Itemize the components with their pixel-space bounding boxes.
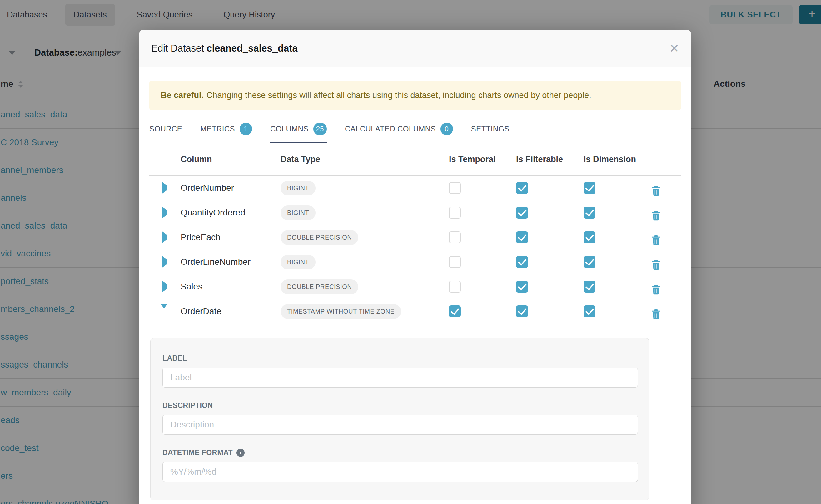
is-temporal-checkbox[interactable] [449, 256, 461, 268]
is-filterable-cell [516, 182, 584, 194]
is-temporal-checkbox[interactable] [449, 281, 461, 293]
expand-caret-icon[interactable] [162, 231, 166, 243]
column-row: PriceEachDOUBLE PRECISION [149, 225, 681, 250]
caret-cell [149, 259, 175, 265]
delete-column-icon[interactable] [651, 185, 681, 196]
data-type-pill: BIGINT [280, 255, 315, 269]
column-row: QuantityOrderedBIGINT [149, 200, 681, 225]
is-temporal-cell [449, 256, 516, 268]
datetime-format-input[interactable] [162, 462, 638, 482]
data-type-pill: TIMESTAMP WITHOUT TIME ZONE [280, 304, 401, 319]
data-type-pill: DOUBLE PRECISION [280, 230, 358, 245]
is-temporal-cell [449, 207, 516, 219]
expand-caret-icon[interactable] [162, 280, 166, 293]
is-filterable-checkbox[interactable] [516, 207, 528, 219]
tab-label: CALCULATED COLUMNS [345, 125, 436, 133]
data-type-cell: DOUBLE PRECISION [278, 230, 449, 245]
is-dimension-cell [584, 305, 651, 317]
tab-metrics[interactable]: METRICS1 [200, 120, 252, 143]
collapse-caret-icon[interactable] [161, 304, 167, 314]
is-dimension-cell [584, 207, 651, 219]
column-name: OrderNumber [175, 183, 278, 193]
caret-cell [149, 284, 175, 289]
warning-banner-bold: Be careful. [161, 91, 204, 100]
is-dimension-checkbox[interactable] [584, 305, 596, 317]
is-temporal-checkbox[interactable] [449, 207, 461, 219]
is-dimension-header: Is Dimension [584, 155, 651, 164]
is-dimension-cell [584, 231, 651, 243]
is-dimension-checkbox[interactable] [584, 207, 596, 219]
tab-calculated-columns[interactable]: CALCULATED COLUMNS0 [345, 120, 453, 143]
data-type-header: Data Type [278, 155, 449, 164]
tab-columns[interactable]: COLUMNS25 [270, 120, 327, 143]
modal-body: Be careful. Changing these settings will… [139, 81, 691, 500]
modal-tabs: SOURCEMETRICS1COLUMNS25CALCULATED COLUMN… [149, 120, 681, 143]
tab-count-badge: 1 [240, 123, 252, 135]
trash-cell [651, 254, 681, 270]
is-filterable-checkbox[interactable] [516, 281, 528, 293]
is-filterable-header: Is Filterable [516, 155, 584, 164]
column-detail-panel: LABEL DESCRIPTION DATETIME FORMAT [150, 338, 649, 500]
caret-cell [149, 235, 175, 240]
datetime-format-field-label: DATETIME FORMAT [162, 448, 636, 457]
is-filterable-checkbox[interactable] [516, 305, 528, 317]
tab-label: SOURCE [149, 125, 182, 133]
column-row: OrderDateTIMESTAMP WITHOUT TIME ZONE [149, 299, 681, 324]
is-temporal-checkbox[interactable] [449, 182, 461, 194]
is-temporal-checkbox[interactable] [449, 231, 461, 243]
is-temporal-checkbox[interactable] [449, 305, 461, 317]
delete-column-icon[interactable] [651, 309, 681, 319]
trash-cell [651, 303, 681, 319]
is-temporal-cell [449, 182, 516, 194]
tab-label: COLUMNS [270, 125, 309, 133]
info-icon[interactable] [236, 449, 245, 457]
is-temporal-cell [449, 305, 516, 317]
delete-column-icon[interactable] [651, 235, 681, 245]
expand-caret-icon[interactable] [162, 206, 166, 219]
column-name: OrderLineNumber [175, 257, 278, 267]
tab-source[interactable]: SOURCE [149, 120, 182, 143]
column-header: Column [175, 155, 278, 164]
is-temporal-cell [449, 231, 516, 243]
is-filterable-checkbox[interactable] [516, 231, 528, 243]
datetime-format-label-text: DATETIME FORMAT [162, 448, 233, 457]
tab-count-badge: 0 [441, 123, 453, 135]
is-dimension-cell [584, 281, 651, 293]
column-row: OrderLineNumberBIGINT [149, 250, 681, 274]
label-field-label: LABEL [162, 354, 636, 363]
data-type-cell: BIGINT [278, 205, 449, 220]
column-name: OrderDate [175, 306, 278, 316]
expand-caret-icon[interactable] [162, 256, 166, 268]
tab-settings[interactable]: SETTINGS [471, 120, 510, 143]
delete-column-icon[interactable] [651, 259, 681, 270]
tab-label: METRICS [200, 125, 235, 133]
data-type-cell: BIGINT [278, 181, 449, 195]
close-icon[interactable]: ✕ [669, 42, 679, 54]
columns-rows: OrderNumberBIGINTQuantityOrderedBIGINTPr… [149, 176, 681, 324]
modal-title-prefix: Edit Dataset [151, 43, 204, 54]
delete-column-icon[interactable] [651, 210, 681, 221]
column-name: QuantityOrdered [175, 208, 278, 218]
tab-count-badge: 25 [313, 123, 327, 135]
description-input[interactable] [162, 415, 638, 435]
data-type-pill: BIGINT [280, 205, 315, 220]
is-filterable-cell [516, 207, 584, 219]
is-dimension-checkbox[interactable] [584, 182, 596, 194]
delete-column-icon[interactable] [651, 284, 681, 295]
edit-dataset-modal: Edit Dataset cleaned_sales_data ✕ Be car… [139, 30, 691, 504]
is-dimension-checkbox[interactable] [584, 256, 596, 268]
modal-dataset-name: cleaned_sales_data [207, 43, 298, 54]
data-type-pill: DOUBLE PRECISION [280, 279, 358, 294]
column-row: OrderNumberBIGINT [149, 176, 681, 200]
is-filterable-cell [516, 281, 584, 293]
is-dimension-checkbox[interactable] [584, 231, 596, 243]
column-name: PriceEach [175, 232, 278, 242]
is-filterable-checkbox[interactable] [516, 256, 528, 268]
is-dimension-checkbox[interactable] [584, 281, 596, 293]
label-input[interactable] [162, 368, 638, 388]
tab-label: SETTINGS [471, 125, 510, 133]
is-filterable-checkbox[interactable] [516, 182, 528, 194]
expand-caret-icon[interactable] [162, 182, 166, 194]
column-name: Sales [175, 282, 278, 292]
data-type-cell: DOUBLE PRECISION [278, 279, 449, 294]
